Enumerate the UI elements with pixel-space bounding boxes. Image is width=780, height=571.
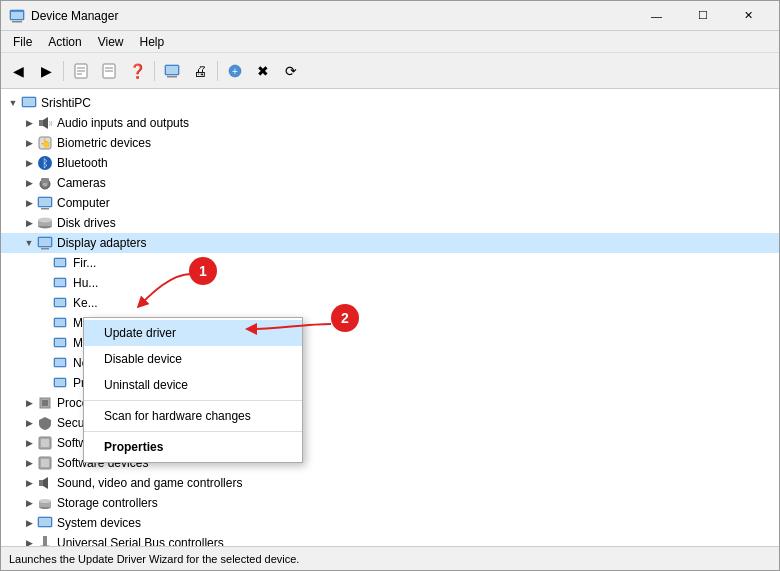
swd-icon — [37, 455, 53, 471]
forward-button[interactable]: ▶ — [33, 58, 59, 84]
root-expand[interactable]: ▼ — [5, 95, 21, 111]
new-button[interactable] — [96, 58, 122, 84]
properties-button[interactable] — [68, 58, 94, 84]
svg-rect-39 — [55, 279, 65, 286]
bluetooth-expand[interactable]: ▶ — [21, 155, 37, 171]
computer-expand[interactable]: ▶ — [21, 195, 37, 211]
tree-item-computer[interactable]: ▶ Computer — [1, 193, 779, 213]
sound-expand[interactable]: ▶ — [21, 475, 37, 491]
window-title: Device Manager — [31, 9, 634, 23]
ctx-update-driver[interactable]: Update driver — [84, 320, 302, 346]
tree-item-disk[interactable]: ▶ Disk drives — [1, 213, 779, 233]
tree-item-biometric[interactable]: ▶ 👆 Biometric devices — [1, 133, 779, 153]
svg-rect-2 — [11, 12, 23, 19]
back-button[interactable]: ◀ — [5, 58, 31, 84]
svg-rect-53 — [41, 439, 49, 447]
ctx-properties[interactable]: Properties — [84, 434, 302, 460]
svg-rect-62 — [39, 518, 51, 526]
system-expand[interactable]: ▶ — [21, 515, 37, 531]
minimize-button[interactable]: — — [634, 1, 679, 31]
svg-rect-63 — [43, 536, 47, 546]
menu-action[interactable]: Action — [40, 33, 89, 51]
status-bar: Launches the Update Driver Wizard for th… — [1, 546, 779, 570]
tree-item-cameras[interactable]: ▶ Cameras — [1, 173, 779, 193]
bluetooth-label: Bluetooth — [57, 156, 108, 170]
menu-bar: File Action View Help — [1, 31, 779, 53]
ctx-disable-device[interactable]: Disable device — [84, 346, 302, 372]
device-tree[interactable]: ▼ SrishtiPC ▶ )) — [1, 89, 779, 546]
tree-item-display-sub2[interactable]: Hu... — [1, 273, 779, 293]
audio-expand[interactable]: ▶ — [21, 115, 37, 131]
tree-item-display[interactable]: ▼ Display adapters — [1, 233, 779, 253]
svg-rect-37 — [55, 259, 65, 266]
disk-label: Disk drives — [57, 216, 116, 230]
ctx-scan-hardware[interactable]: Scan for hardware changes — [84, 403, 302, 429]
help-button[interactable]: ❓ — [124, 58, 150, 84]
cameras-expand[interactable]: ▶ — [21, 175, 37, 191]
svg-rect-49 — [55, 379, 65, 386]
display-expand[interactable]: ▼ — [21, 235, 37, 251]
svg-rect-43 — [55, 319, 65, 326]
refresh-button[interactable]: ⟳ — [278, 58, 304, 84]
svg-text:ᛒ: ᛒ — [42, 157, 49, 169]
sub7-expand — [37, 375, 53, 391]
tree-item-display-sub1[interactable]: Fir... — [1, 253, 779, 273]
audio-label: Audio inputs and outputs — [57, 116, 189, 130]
svg-rect-55 — [41, 459, 49, 467]
scan-button[interactable]: + — [222, 58, 248, 84]
swd-expand[interactable]: ▶ — [21, 455, 37, 471]
tree-item-usb1[interactable]: ▶ Universal Serial Bus controllers — [1, 533, 779, 546]
sub1-expand — [37, 255, 53, 271]
ctx-uninstall-device[interactable]: Uninstall device — [84, 372, 302, 398]
computer-button[interactable] — [159, 58, 185, 84]
svg-rect-28 — [39, 198, 51, 206]
toolbar-separator-1 — [63, 61, 64, 81]
menu-help[interactable]: Help — [132, 33, 173, 51]
toolbar: ◀ ▶ ❓ 🖨 — [1, 53, 779, 89]
close-button[interactable]: ✕ — [726, 1, 771, 31]
callout-1: 1 — [189, 257, 217, 285]
tree-item-bluetooth[interactable]: ▶ ᛒ Bluetooth — [1, 153, 779, 173]
ctx-separator-2 — [84, 431, 302, 432]
swc-icon — [37, 435, 53, 451]
sub3-expand — [37, 295, 53, 311]
svg-text:)): )) — [49, 120, 53, 126]
svg-rect-56 — [39, 480, 43, 486]
tree-item-sound[interactable]: ▶ Sound, video and game controllers — [1, 473, 779, 493]
security-icon — [37, 415, 53, 431]
print-button[interactable]: 🖨 — [187, 58, 213, 84]
swc-expand[interactable]: ▶ — [21, 435, 37, 451]
storage-label: Storage controllers — [57, 496, 158, 510]
svg-rect-26 — [41, 178, 49, 183]
disk-expand[interactable]: ▶ — [21, 215, 37, 231]
storage-expand[interactable]: ▶ — [21, 495, 37, 511]
usb1-expand[interactable]: ▶ — [21, 535, 37, 546]
usb1-icon — [37, 535, 53, 546]
disk-icon — [37, 215, 53, 231]
remove-button[interactable]: ✖ — [250, 58, 276, 84]
system-icon — [37, 515, 53, 531]
device-manager-window: Device Manager — ☐ ✕ File Action View He… — [0, 0, 780, 571]
svg-rect-11 — [167, 76, 177, 78]
tree-item-display-sub3[interactable]: Ke... — [1, 293, 779, 313]
computer-icon — [21, 95, 37, 111]
window-icon — [9, 8, 25, 24]
tree-root[interactable]: ▼ SrishtiPC — [1, 93, 779, 113]
tree-item-storage[interactable]: ▶ Storage controllers — [1, 493, 779, 513]
maximize-button[interactable]: ☐ — [680, 1, 725, 31]
svg-point-32 — [38, 218, 52, 223]
svg-rect-12 — [166, 66, 178, 74]
usb1-label: Universal Serial Bus controllers — [57, 536, 224, 546]
tree-item-system[interactable]: ▶ System devices — [1, 513, 779, 533]
biometric-label: Biometric devices — [57, 136, 151, 150]
proc-expand[interactable]: ▶ — [21, 395, 37, 411]
content-area: ▼ SrishtiPC ▶ )) — [1, 89, 779, 546]
menu-file[interactable]: File — [5, 33, 40, 51]
biometric-expand[interactable]: ▶ — [21, 135, 37, 151]
tree-item-audio[interactable]: ▶ )) Audio inputs and outputs — [1, 113, 779, 133]
svg-text:+: + — [232, 66, 238, 77]
security-expand[interactable]: ▶ — [21, 415, 37, 431]
svg-rect-29 — [41, 208, 49, 210]
display-label: Display adapters — [57, 236, 146, 250]
menu-view[interactable]: View — [90, 33, 132, 51]
